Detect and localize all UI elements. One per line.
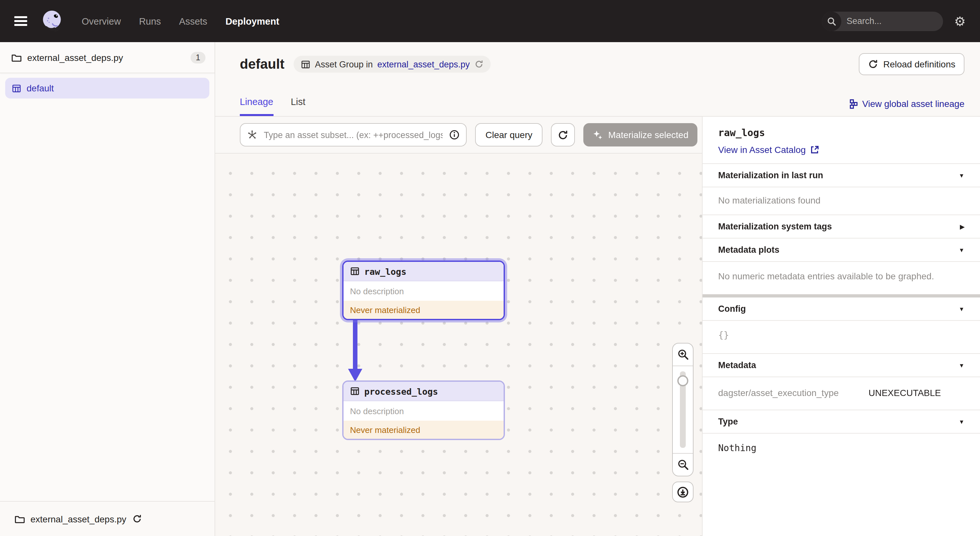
reload-icon[interactable] [132,514,142,524]
asset-node-processed-logs[interactable]: processed_logs No description Never mate… [342,380,505,440]
section-type[interactable]: Type ▼ [703,410,980,433]
download-graph-button[interactable] [672,482,694,502]
asset-group-icon [301,59,310,69]
sidebar-item-code-location[interactable]: external_asset_deps.py 1 [0,42,215,73]
asset-node-header: processed_logs [344,382,504,401]
type-value: Nothing [703,433,980,466]
section-config[interactable]: Config ▼ [703,297,980,320]
chevron-down-icon: ▼ [959,172,964,178]
primary-nav: Overview Runs Assets Deployment [82,16,279,26]
section-materialization-system-tags[interactable]: Materialization system tags ▶ [703,215,980,238]
view-in-asset-catalog-link[interactable]: View in Asset Catalog [718,145,964,155]
code-location-link[interactable]: external_asset_deps.py [377,59,469,69]
materialize-selected-button[interactable]: Materialize selected [584,123,697,146]
group-label: default [27,83,54,93]
asset-group-pill: Asset Group in external_asset_deps.py [294,56,491,73]
page-title: default [240,56,285,72]
section-title: Materialization in last run [718,170,823,180]
nav-item-overview[interactable]: Overview [82,16,121,26]
zoom-slider-knob[interactable] [677,375,688,386]
clear-query-button[interactable]: Clear query [475,123,543,146]
zoom-controls [672,343,694,476]
search-icon [822,11,841,31]
chevron-down-icon: ▼ [959,305,964,312]
lineage-graph-icon [848,99,858,108]
nav-item-assets[interactable]: Assets [179,16,207,26]
code-location-label: external_asset_deps.py [27,52,123,62]
chevron-down-icon: ▼ [959,362,964,369]
section-title: Materialization system tags [718,222,832,231]
pill-prefix: Asset Group in [315,59,373,69]
refresh-graph-button[interactable] [551,123,575,146]
footer-code-location-label: external_asset_deps.py [30,514,126,524]
asset-name: processed_logs [364,386,438,396]
section-materialization-last-run[interactable]: Materialization in last run ▼ [703,163,980,187]
page-header: default Asset Group in external_asset_de… [215,42,980,117]
view-global-asset-lineage-label: View global asset lineage [862,99,965,109]
reload-icon[interactable] [474,60,483,69]
view-global-asset-lineage-link[interactable]: View global asset lineage [848,99,965,116]
section-title: Config [718,304,746,314]
view-in-asset-catalog-label: View in Asset Catalog [718,145,806,155]
section-metadata-plots[interactable]: Metadata plots ▼ [703,238,980,261]
graph-toolbar: Clear query Materia [215,117,702,154]
asset-status: Never materialized [344,421,504,439]
config-value: {} [703,320,980,353]
lineage-edge-arrow [347,317,364,383]
external-link-icon [810,145,819,154]
global-search[interactable]: / [822,11,943,31]
asset-group-icon [12,83,21,93]
no-materializations-text: No materializations found [703,187,980,215]
asset-subset-query[interactable] [240,123,467,146]
section-title: Metadata [718,360,756,370]
materialize-selected-label: Materialize selected [608,130,688,140]
section-title: Metadata plots [718,245,780,255]
panel-asset-title: raw_logs [718,127,964,139]
lineage-canvas[interactable]: raw_logs No description Never materializ… [215,154,702,536]
folder-icon [14,514,25,524]
nav-item-runs[interactable]: Runs [139,16,161,26]
asset-graph-icon [247,130,257,140]
code-location-sidebar: external_asset_deps.py 1 default externa… [0,42,215,536]
reload-definitions-label: Reload definitions [883,59,955,69]
panel-splitter[interactable] [703,294,980,297]
folder-icon [11,52,21,62]
asset-description: No description [344,401,504,421]
dagster-logo-icon[interactable] [40,9,65,33]
metadata-row: dagster/asset_execution_type UNEXECUTABL… [703,377,980,410]
chevron-down-icon: ▼ [959,418,964,425]
sidebar-item-group-default[interactable]: default [5,78,209,99]
asset-status: Never materialized [344,301,504,319]
asset-node-raw-logs[interactable]: raw_logs No description Never materializ… [342,261,505,320]
tab-lineage[interactable]: Lineage [240,97,273,116]
table-icon [350,386,360,396]
no-metadata-plots-text: No numeric metadata entries available to… [703,261,980,294]
section-metadata[interactable]: Metadata ▼ [703,353,980,377]
section-title: Type [718,417,738,426]
asset-description: No description [344,281,504,301]
search-input[interactable] [841,16,943,26]
table-icon [350,266,360,276]
info-icon[interactable] [449,130,460,140]
metadata-value: UNEXECUTABLE [869,388,941,398]
nav-item-deployment[interactable]: Deployment [226,16,279,26]
chevron-down-icon: ▼ [959,247,964,253]
top-nav: Overview Runs Assets Deployment / ⚙ [0,0,980,42]
asset-count-badge: 1 [191,51,205,63]
asset-name: raw_logs [364,266,406,277]
asset-details-panel: raw_logs View in Asset Catalog Materiali… [702,117,980,536]
reload-definitions-button[interactable]: Reload definitions [859,53,964,75]
metadata-key: dagster/asset_execution_type [718,388,869,398]
zoom-out-icon [677,459,689,471]
zoom-in-button[interactable] [673,344,693,366]
dagster-app: Overview Runs Assets Deployment / ⚙ exte [0,0,980,536]
asset-subset-input[interactable] [262,129,444,140]
asset-node-header: raw_logs [344,262,504,281]
sidebar-footer-code-location[interactable]: external_asset_deps.py [0,501,215,536]
zoom-out-button[interactable] [673,453,693,476]
reload-icon [867,59,878,69]
zoom-in-icon [677,349,689,360]
gear-icon[interactable]: ⚙ [954,14,966,27]
menu-icon[interactable] [14,16,27,26]
tab-list[interactable]: List [291,97,305,116]
